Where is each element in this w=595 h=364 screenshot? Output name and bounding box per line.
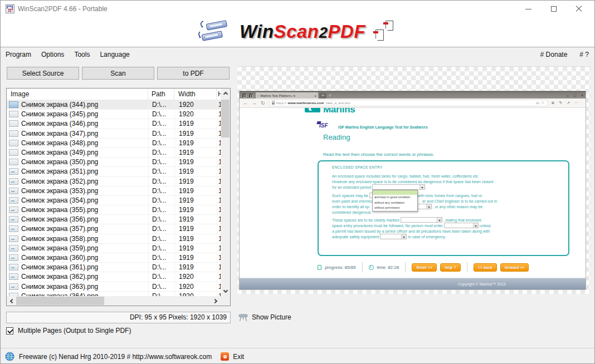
- scroll-up-button[interactable]: [221, 88, 230, 98]
- line-text: adequate safety equipment: [332, 235, 379, 239]
- column-header-width[interactable]: Width: [174, 88, 217, 100]
- scroll-right-button[interactable]: [211, 296, 221, 306]
- column-header-path[interactable]: Path: [148, 88, 174, 100]
- row-thumbnail-icon: [9, 188, 18, 194]
- table-row[interactable]: Снимок экрана (349).png D:\... 1919 1: [7, 148, 221, 158]
- table-row[interactable]: Снимок экрана (361).png D:\... 1919 1: [7, 263, 221, 272]
- table-row[interactable]: Снимок экрана (358).png D:\... 1919 1: [7, 234, 221, 244]
- finish-button: finish >>: [412, 263, 437, 272]
- shot-close-icon: ×: [581, 94, 583, 97]
- table-row[interactable]: Снимок экрана (354).png D:\... 1919 1: [7, 196, 221, 205]
- show-picture-toggle[interactable]: Show Picture: [238, 312, 291, 323]
- answer-dropdown: [401, 217, 442, 223]
- cell-height: 1: [217, 282, 221, 291]
- table-row[interactable]: Снимок экрана (344).png D:\... 1920 1: [7, 100, 221, 110]
- cell-width: 1919: [174, 253, 217, 262]
- menu-donate[interactable]: # Donate: [539, 49, 569, 60]
- table-row[interactable]: Снимок экрана (363).png D:\... 1920 1: [7, 282, 221, 292]
- row-thumbnail-icon: [9, 149, 18, 156]
- cell-width: 1919: [174, 205, 217, 214]
- line-text: er and Chief engineer is to be carried o…: [422, 199, 497, 203]
- table-row[interactable]: Снимок экрана (345).png D:\... 1920 1: [7, 110, 221, 119]
- row-thumbnail-icon: [9, 168, 18, 175]
- menu-options[interactable]: Options: [36, 49, 69, 60]
- vertical-scroll-thumb[interactable]: [221, 100, 230, 137]
- cell-height: 1: [217, 292, 221, 296]
- cell-height: 1: [217, 272, 221, 281]
- cell-path: D:\...: [148, 282, 174, 291]
- chevron-left-icon: [10, 298, 14, 303]
- select-source-button[interactable]: Select Source: [7, 67, 79, 80]
- horizontal-scrollbar[interactable]: [7, 296, 221, 306]
- url-path: /take_a_test.php: [325, 101, 350, 105]
- cell-path: D:\...: [148, 205, 174, 214]
- table-row[interactable]: Снимок экрана (356).png D:\... 1919 1: [7, 215, 221, 224]
- progress-doc-icon: [318, 265, 321, 270]
- course-title: ISF Marlins English Language Test for Se…: [338, 125, 428, 129]
- cell-path: D:\...: [148, 292, 174, 296]
- chevron-down-icon: [223, 288, 227, 293]
- globe-icon: [5, 352, 14, 361]
- cell-image-name: Снимок экрана (345).png: [21, 110, 147, 119]
- table-row[interactable]: Снимок экрана (351).png D:\... 1919 1: [7, 167, 221, 176]
- column-header-height[interactable]: H: [217, 88, 221, 100]
- row-thumbnail-icon: [9, 159, 18, 165]
- exit-button[interactable]: Exit: [233, 353, 244, 361]
- cell-width: 1920: [174, 292, 217, 296]
- table-row[interactable]: Снимок экрана (359).png D:\... 1919 1: [7, 244, 221, 253]
- cell-image-name: Снимок экрана (346).png: [21, 119, 147, 128]
- table-row[interactable]: Снимок экрана (352).png D:\... 1919 1: [7, 177, 221, 186]
- row-thumbnail-icon: [9, 264, 18, 270]
- row-thumbnail-icon: [9, 206, 18, 213]
- question-box-title: ENCLOSED SPACE ENTRY: [332, 165, 383, 169]
- maximize-button[interactable]: [541, 1, 566, 17]
- table-row[interactable]: Снимок экрана (364).png D:\... 1920 1: [7, 292, 221, 296]
- question-box: ENCLOSED SPACE ENTRY An enclosed space i…: [318, 160, 569, 256]
- cell-image-name: Снимок экрана (362).png: [21, 272, 147, 281]
- minimize-button[interactable]: [516, 1, 541, 17]
- table-row[interactable]: Снимок экрана (346).png D:\... 1919 1: [7, 119, 221, 129]
- dropdown-option: without permission: [373, 205, 417, 211]
- table-row[interactable]: Снимок экрана (357).png D:\... 1919 1: [7, 224, 221, 234]
- menu-help[interactable]: # ?: [578, 49, 590, 60]
- menu-program[interactable]: Program: [1, 49, 36, 60]
- dpi-status: DPI: 95 x 95 Pixels: 1920 x 1039: [6, 312, 231, 323]
- cell-image-name: Снимок экрана (347).png: [21, 129, 147, 138]
- close-button[interactable]: [566, 1, 591, 17]
- row-thumbnail-icon: [9, 130, 18, 137]
- table-row[interactable]: Снимок экрана (348).png D:\... 1919 1: [7, 139, 221, 148]
- cell-width: 1919: [174, 148, 217, 157]
- multiple-pages-checkbox[interactable]: Multiple Pages (Output to Single PDF): [6, 327, 131, 335]
- column-header-image[interactable]: Image: [7, 88, 148, 100]
- cell-path: D:\...: [148, 196, 174, 205]
- menu-language[interactable]: Language: [95, 49, 134, 60]
- cell-width: 1920: [174, 100, 217, 109]
- table-row[interactable]: Снимок экрана (362).png D:\... 1920 1: [7, 272, 221, 282]
- scan-button[interactable]: Scan: [82, 67, 154, 80]
- scroll-left-button[interactable]: [7, 296, 16, 306]
- section-heading: Reading: [323, 133, 350, 141]
- paragraph-line: considered dangerous.: [332, 209, 372, 215]
- line-text: even paint and chemica: [332, 199, 373, 203]
- vertical-scrollbar[interactable]: [221, 88, 230, 296]
- cell-path: D:\...: [148, 177, 174, 186]
- cell-image-name: Снимок экрана (349).png: [21, 148, 147, 157]
- table-row[interactable]: Снимок экрана (355).png D:\... 1919 1: [7, 205, 221, 215]
- isf-logo: ISF: [319, 122, 328, 129]
- progress-label: progress: 85/85: [325, 265, 356, 270]
- table-row[interactable]: Снимок экрана (350).png D:\... 1919 1: [7, 158, 221, 167]
- menu-tools[interactable]: Tools: [69, 49, 95, 60]
- table-row[interactable]: Снимок экрана (353).png D:\... 1919 1: [7, 186, 221, 196]
- shot-tab-bar: ▫ Marlins Test Platform, b × + ∨ – □ ×: [240, 91, 586, 99]
- list-header: Image Path Width H: [7, 88, 221, 100]
- table-row[interactable]: Снимок экрана (360).png D:\... 1919 1: [7, 253, 221, 263]
- freeware-link[interactable]: Freeware (c) Nenad Hrg 2010-2019 # http:…: [19, 353, 212, 361]
- scroll-down-button[interactable]: [221, 287, 230, 296]
- to-pdf-button[interactable]: to PDF: [157, 67, 230, 80]
- paragraph-line: for an extended period and kept in good …: [332, 184, 427, 190]
- table-row[interactable]: Снимок экрана (347).png D:\... 1919 1: [7, 129, 221, 139]
- horizontal-scroll-thumb[interactable]: [16, 297, 104, 305]
- cell-path: D:\...: [148, 148, 174, 157]
- cell-image-name: Снимок экрана (352).png: [21, 177, 147, 186]
- line-text: Such spaces may be: [332, 194, 368, 198]
